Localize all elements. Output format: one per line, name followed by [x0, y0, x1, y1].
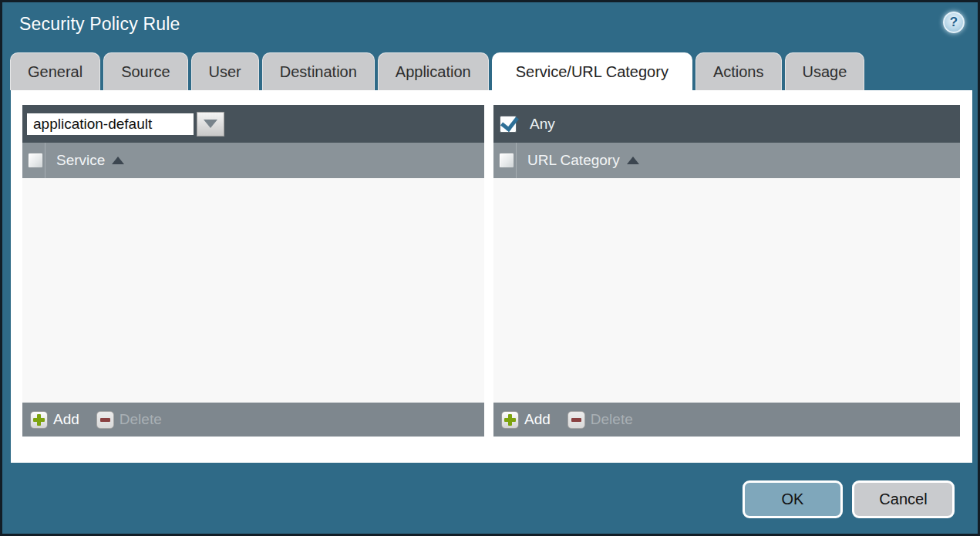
- tab-usage[interactable]: Usage: [785, 52, 865, 90]
- service-panel: application-default Service: [22, 105, 484, 437]
- url-category-panel: Any URL Category Add Delete: [493, 105, 960, 437]
- delete-button-label: Delete: [591, 411, 633, 428]
- service-panel-footer: Add Delete: [22, 403, 484, 437]
- add-button-label: Add: [53, 411, 79, 428]
- tab-content-area: application-default Service: [11, 90, 972, 463]
- minus-icon: [567, 411, 585, 429]
- plus-icon: [30, 411, 48, 429]
- help-icon[interactable]: ?: [943, 12, 965, 33]
- url-category-panel-header: Any: [493, 105, 960, 143]
- tab-bar: General Source User Destination Applicat…: [10, 52, 864, 90]
- service-type-dropdown-button[interactable]: [197, 112, 224, 137]
- tab-service-url-category[interactable]: Service/URL Category: [492, 52, 692, 90]
- chevron-down-icon: [204, 120, 217, 128]
- tab-user[interactable]: User: [191, 52, 259, 90]
- url-category-select-all-checkbox[interactable]: [499, 153, 514, 168]
- service-column-label: Service: [56, 152, 105, 169]
- service-type-dropdown: application-default: [25, 112, 224, 137]
- url-category-select-all-cell: [493, 143, 517, 178]
- service-select-all-checkbox[interactable]: [28, 153, 43, 168]
- add-button-label: Add: [524, 411, 551, 428]
- tab-application[interactable]: Application: [378, 52, 489, 90]
- title-bar: Security Policy Rule ?: [2, 2, 978, 50]
- url-category-column-label: URL Category: [527, 152, 620, 169]
- delete-button-label: Delete: [120, 411, 162, 428]
- ok-button[interactable]: OK: [743, 480, 843, 518]
- plus-icon: [501, 411, 519, 429]
- cancel-button[interactable]: Cancel: [852, 480, 955, 518]
- service-panel-header: application-default: [22, 105, 484, 143]
- sort-ascending-icon: [112, 157, 124, 164]
- url-category-panel-footer: Add Delete: [493, 403, 960, 437]
- service-add-button[interactable]: Add: [30, 411, 79, 429]
- any-checkbox[interactable]: [500, 116, 517, 133]
- url-category-delete-button[interactable]: Delete: [567, 411, 633, 429]
- tab-general[interactable]: General: [10, 52, 100, 90]
- service-delete-button[interactable]: Delete: [96, 411, 162, 429]
- service-select-all-cell: [22, 143, 45, 178]
- service-column-header-row: Service: [22, 143, 484, 178]
- service-sort-header[interactable]: Service: [56, 152, 124, 169]
- tab-source[interactable]: Source: [103, 52, 187, 90]
- security-policy-rule-dialog: Security Policy Rule ? General Source Us…: [0, 0, 980, 536]
- tab-destination[interactable]: Destination: [262, 52, 375, 90]
- url-category-sort-header[interactable]: URL Category: [527, 152, 639, 169]
- service-list: [22, 178, 484, 403]
- sort-ascending-icon: [627, 157, 639, 164]
- minus-icon: [96, 411, 114, 429]
- dialog-title: Security Policy Rule: [19, 14, 180, 35]
- url-category-column-header-row: URL Category: [493, 143, 960, 178]
- service-type-dropdown-value[interactable]: application-default: [25, 112, 195, 137]
- any-checkbox-label: Any: [530, 116, 555, 133]
- url-category-list: [493, 178, 960, 403]
- tab-actions[interactable]: Actions: [695, 52, 782, 90]
- url-category-add-button[interactable]: Add: [501, 411, 551, 429]
